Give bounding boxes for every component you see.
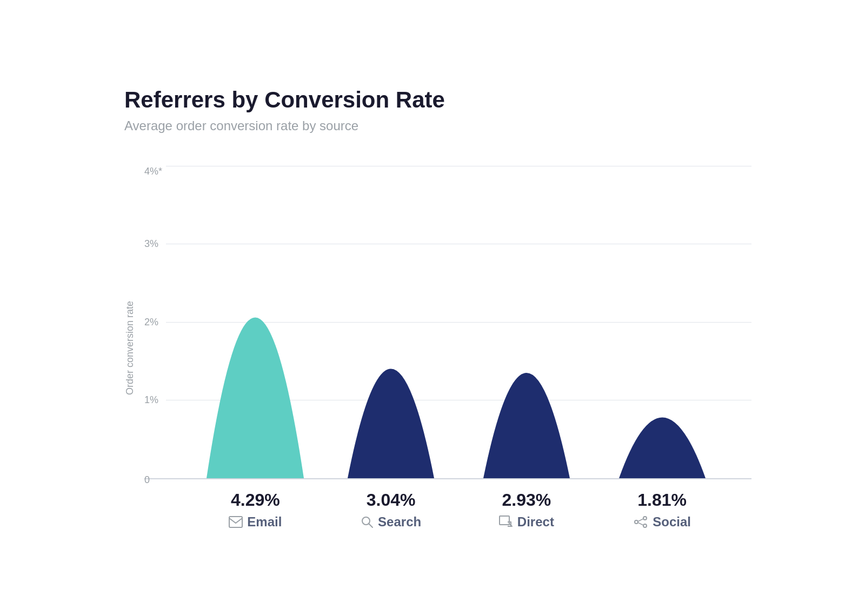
email-label: Email [229,514,282,530]
grid-label-3: 3% [144,238,158,250]
email-icon [229,516,243,528]
direct-label: Direct [499,514,554,530]
y-axis-label: Order conversion rate [124,166,136,530]
svg-line-2 [369,524,373,527]
search-percentage: 3.04% [367,490,416,510]
label-group-email: 4.29% Email [201,490,309,530]
grid-label-2: 2% [144,316,158,327]
svg-point-4 [643,517,647,520]
chart-title: Referrers by Conversion Rate [124,87,751,113]
grid-label-0: 0 [144,474,150,486]
svg-rect-3 [500,516,509,525]
svg-point-5 [643,524,647,527]
svg-line-8 [638,523,643,525]
label-group-search: 3.04% Search [337,490,445,530]
bar-social [608,173,716,478]
chart-body: 4%* 3% 2% 1% 0 [144,166,751,530]
social-percentage: 1.81% [637,490,687,510]
svg-point-6 [635,520,638,524]
social-label: Social [633,514,691,530]
direct-percentage: 2.93% [502,490,551,510]
grid-and-bars: 4%* 3% 2% 1% 0 [144,166,751,479]
label-group-social: 1.81% Social [608,490,716,530]
search-icon [361,515,374,528]
bar-direct [473,173,581,478]
svg-line-7 [638,519,643,521]
social-icon [633,516,648,528]
chart-subtitle: Average order conversion rate by source [124,118,751,133]
labels-row: 4.29% Email 3.04% [166,490,751,530]
grid-label-1: 1% [144,394,158,406]
grid-label-4: 4%* [144,166,162,177]
search-label: Search [361,514,421,530]
mountain-direct [473,173,581,478]
chart-area: Order conversion rate 4%* 3% 2% 1% 0 [124,166,751,530]
mountain-search [337,173,445,478]
bar-search [337,173,445,478]
bar-email [201,173,309,478]
mountain-email [201,173,309,478]
mountain-social [608,173,716,478]
bars-wrapper [166,166,751,478]
label-group-direct: 2.93% Direct [473,490,581,530]
email-percentage: 4.29% [231,490,280,510]
svg-rect-0 [229,517,242,527]
direct-icon [499,515,513,528]
chart-container: Referrers by Conversion Rate Average ord… [81,55,784,562]
